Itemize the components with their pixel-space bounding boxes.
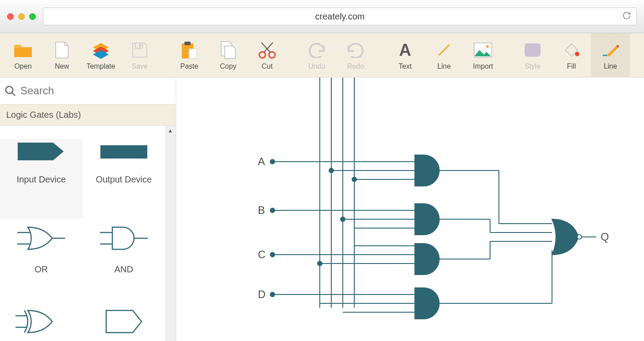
line-icon (436, 40, 452, 60)
text-tool-button[interactable]: A Text (386, 33, 425, 78)
text-icon: A (397, 40, 413, 60)
undo-icon (308, 40, 326, 60)
url-text: creately.com (315, 12, 365, 22)
pencil-icon (601, 40, 620, 60)
input-label-a: A (258, 155, 265, 167)
template-icon (91, 40, 111, 60)
svg-point-5 (259, 52, 265, 58)
new-file-icon (55, 40, 69, 60)
input-label-d: D (258, 288, 265, 300)
shapes-sidebar: Logic Gates (Labs) Input Device Output D… (0, 78, 176, 341)
paste-icon (181, 40, 198, 60)
svg-point-59 (577, 235, 582, 239)
import-button[interactable]: Import (464, 33, 502, 78)
shapes-panel: Input Device Output Device OR AND (0, 126, 176, 341)
line-style-button[interactable]: Line (591, 33, 630, 78)
style-button[interactable]: Style (513, 33, 552, 78)
style-icon (524, 40, 541, 60)
svg-rect-15 (100, 145, 147, 159)
diagram-canvas[interactable]: A B C D Q (176, 78, 644, 341)
search-input[interactable] (20, 85, 171, 97)
svg-point-13 (6, 86, 13, 93)
browser-chrome: creately.com (0, 0, 644, 33)
shape-extra-1[interactable] (0, 306, 83, 337)
shape-search (0, 78, 176, 104)
redo-button[interactable]: Redo (336, 33, 375, 78)
svg-text:A: A (399, 42, 411, 58)
shape-extra-2[interactable] (83, 306, 165, 337)
circuit-diagram: A B C D Q (176, 78, 644, 341)
input-label-c: C (258, 248, 265, 260)
toolbar: Open New Template Save Paste Copy C (0, 33, 644, 78)
shape-or-gate[interactable]: OR (0, 223, 83, 302)
shape-input-device[interactable]: Input Device (0, 139, 83, 219)
copy-button[interactable]: Copy (209, 33, 248, 78)
scroll-up-icon[interactable]: ▲ (165, 128, 176, 134)
reload-icon[interactable] (622, 11, 631, 22)
output-label-q: Q (601, 231, 609, 243)
redo-icon (347, 40, 364, 60)
shape-and-gate[interactable]: AND (83, 223, 165, 302)
maximize-window-button[interactable] (29, 13, 36, 20)
image-icon (473, 40, 493, 60)
scissors-icon (258, 40, 276, 60)
undo-button[interactable]: Undo (297, 33, 336, 78)
shapes-scrollbar[interactable]: ▲ (165, 126, 176, 341)
svg-rect-0 (135, 43, 142, 48)
svg-line-8 (439, 45, 449, 55)
input-label-b: B (258, 204, 265, 216)
line-tool-button[interactable]: Line (425, 33, 464, 78)
shape-output-device[interactable]: Output Device (83, 139, 165, 219)
fill-button[interactable]: Fill (552, 33, 591, 78)
svg-point-10 (486, 45, 489, 48)
svg-rect-1 (139, 44, 141, 47)
paste-button[interactable]: Paste (170, 33, 209, 78)
svg-rect-3 (184, 42, 191, 45)
shapes-section-header[interactable]: Logic Gates (Labs) (0, 104, 176, 126)
open-button[interactable]: Open (4, 33, 42, 78)
search-icon (4, 85, 16, 97)
url-bar[interactable]: creately.com (43, 8, 637, 25)
window-controls (7, 13, 36, 20)
template-button[interactable]: Template (81, 33, 120, 78)
close-window-button[interactable] (7, 13, 14, 20)
svg-line-14 (12, 93, 15, 96)
copy-icon (219, 40, 237, 60)
svg-point-6 (269, 52, 275, 58)
save-button[interactable]: Save (120, 33, 159, 78)
fill-icon (563, 40, 580, 60)
save-icon (132, 40, 148, 60)
svg-rect-11 (525, 43, 540, 57)
folder-icon (13, 40, 33, 60)
cut-button[interactable]: Cut (248, 33, 287, 78)
new-button[interactable]: New (42, 33, 81, 78)
svg-rect-4 (189, 49, 197, 58)
svg-point-12 (575, 52, 579, 56)
minimize-window-button[interactable] (18, 13, 25, 20)
workspace: Logic Gates (Labs) Input Device Output D… (0, 78, 644, 341)
